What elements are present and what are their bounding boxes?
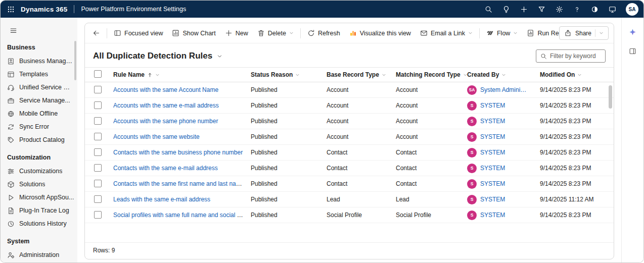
email-a-link-button[interactable]: Email a Link [416, 26, 477, 40]
filter-button[interactable] [533, 1, 550, 18]
lightbulb-button[interactable] [497, 1, 515, 18]
sitemap-sidebar: BusinessBusiness Manage...TemplatesUnifi… [1, 18, 77, 262]
help-button[interactable] [568, 1, 586, 18]
sidebar-scrollbar[interactable] [74, 41, 76, 80]
column-header-rule-name[interactable]: Rule Name [113, 71, 160, 78]
sidebar-item-label: Administration [19, 251, 59, 258]
command-label: New [236, 30, 248, 37]
sidebar-item-microsoft-appsou[interactable]: Microsoft AppSou... [1, 191, 77, 204]
grid-row[interactable]: Leads with the same e-mail addressPublis… [85, 192, 614, 207]
column-header-base-record-type[interactable]: Base Record Type [327, 71, 386, 78]
row-checkbox[interactable] [94, 101, 102, 109]
matching-record-type-cell: Account [396, 102, 467, 109]
service-management-icon [7, 97, 15, 104]
sidebar-item-label: Business Manage... [19, 58, 74, 65]
rule-name-link[interactable]: Accounts with the same website [113, 133, 200, 140]
rule-name-link[interactable]: Accounts with the same Account Name [113, 86, 218, 93]
filter-input[interactable] [550, 52, 601, 60]
copilot-button[interactable] [626, 25, 640, 39]
rule-name-link[interactable]: Accounts with the same e-mail address [113, 102, 219, 109]
matching-record-type-cell: Account [396, 118, 467, 125]
settings-gear-button[interactable] [550, 1, 568, 18]
created-by-link[interactable]: SYSTEM [480, 212, 512, 219]
rule-name-link[interactable]: Contacts with the same e-mail address [113, 165, 218, 172]
command-bar-divider [300, 28, 301, 38]
created-by-link[interactable]: SYSTEM [480, 118, 512, 125]
sidebar-item-solutions-history[interactable]: Solutions History [1, 217, 77, 230]
created-by-link[interactable]: SYSTEM [480, 196, 512, 203]
sidebar-item-unified-service-de[interactable]: Unified Service De... [1, 81, 77, 94]
unified-service-desk-icon [7, 84, 15, 91]
created-by-link[interactable]: SYSTEM [480, 133, 512, 140]
grid-row[interactable]: Accounts with the same websitePublishedA… [85, 129, 614, 145]
search-button[interactable] [480, 1, 497, 18]
row-checkbox[interactable] [94, 195, 102, 203]
sidebar-item-plug-in-trace-log[interactable]: Plug-In Trace Log [1, 204, 77, 217]
back-button[interactable] [88, 26, 105, 40]
column-header-modified-on[interactable]: Modified On [540, 71, 582, 78]
sidebar-item-label: Customizations [19, 168, 62, 175]
account-avatar[interactable]: SA [626, 3, 638, 16]
column-header-status-reason[interactable]: Status Reason [251, 71, 300, 78]
row-checkbox[interactable] [94, 133, 102, 140]
sidebar-item-customizations[interactable]: Customizations [1, 165, 77, 178]
row-checkbox[interactable] [94, 211, 102, 219]
sidebar-item-administration[interactable]: Administration [1, 248, 77, 261]
created-by-link[interactable]: System Administrator (... [480, 86, 535, 93]
view-selector[interactable]: All Duplicate Detection Rules [93, 51, 222, 61]
sidebar-item-solutions[interactable]: Solutions [1, 178, 77, 191]
grid-row[interactable]: Social profiles with same full name and … [85, 207, 614, 223]
share-button[interactable]: Share [559, 26, 609, 40]
data-grid: Rule NameStatus ReasonBase Record TypeMa… [85, 67, 614, 242]
select-all-checkbox[interactable] [94, 70, 102, 78]
base-record-type-cell: Social Profile [327, 212, 396, 219]
sidebar-item-product-catalog[interactable]: Product Catalog [1, 133, 77, 146]
grid-row[interactable]: Contacts with the same business phone nu… [85, 145, 614, 161]
created-by-link[interactable]: SYSTEM [480, 149, 512, 156]
column-header-matching-record-type[interactable]: Matching Record Type [396, 71, 468, 78]
created-by-link[interactable]: SYSTEM [480, 180, 512, 187]
created-by-link[interactable]: SYSTEM [480, 165, 512, 172]
monitor-button[interactable] [604, 1, 621, 18]
row-checkbox[interactable] [94, 117, 102, 125]
contrast-button[interactable] [586, 1, 604, 18]
created-by-link[interactable]: SYSTEM [480, 102, 512, 109]
row-checkbox[interactable] [94, 148, 102, 156]
refresh-button[interactable]: Refresh [303, 26, 345, 40]
sidebar-item-service-manage[interactable]: Service Manage... [1, 94, 77, 107]
rule-name-link[interactable]: Accounts with the same phone number [113, 118, 218, 125]
creator-avatar: S [467, 211, 477, 220]
sidebar-item-mobile-offline[interactable]: Mobile Offline [1, 107, 77, 120]
delete-button[interactable]: Delete [253, 26, 298, 40]
collapse-sitemap-button[interactable] [7, 24, 20, 36]
run-report-button[interactable]: Run Report [522, 26, 559, 40]
grid-row[interactable]: Accounts with the same Account NamePubli… [85, 82, 614, 98]
focused-view-button[interactable]: Focused view [109, 26, 167, 40]
grid-row[interactable]: Accounts with the same e-mail addressPub… [85, 98, 614, 114]
new-button[interactable]: New [220, 26, 253, 40]
app-launcher-button[interactable] [1, 1, 21, 18]
command-label: Email a Link [431, 30, 465, 37]
rule-name-link[interactable]: Social profiles with same full name and … [113, 212, 251, 219]
grid-scrollbar[interactable] [609, 85, 612, 109]
visualize-this-view-button[interactable]: Visualize this view [345, 26, 416, 40]
chevron-down-icon [468, 31, 473, 35]
sort-ascending-icon [147, 72, 153, 78]
grid-row[interactable]: Accounts with the same phone numberPubli… [85, 114, 614, 129]
rule-name-link[interactable]: Contacts with the same business phone nu… [113, 149, 243, 156]
row-checkbox[interactable] [94, 180, 102, 187]
sidebar-item-sync-error[interactable]: Sync Error [1, 120, 77, 133]
row-checkbox[interactable] [94, 86, 102, 93]
row-checkbox[interactable] [94, 164, 102, 172]
grid-row[interactable]: Contacts with the same e-mail addressPub… [85, 161, 614, 176]
rule-name-link[interactable]: Leads with the same e-mail address [113, 196, 210, 203]
show-chart-button[interactable]: Show Chart [167, 26, 220, 40]
side-panel-button[interactable] [626, 44, 640, 58]
add-button[interactable] [515, 1, 533, 18]
sidebar-item-business-manage[interactable]: Business Manage... [1, 55, 77, 68]
flow-button[interactable]: Flow [482, 26, 522, 40]
column-header-created-by[interactable]: Created By [467, 71, 506, 78]
rule-name-link[interactable]: Contacts with the same first name and la… [113, 180, 244, 187]
sidebar-item-templates[interactable]: Templates [1, 68, 77, 81]
grid-row[interactable]: Contacts with the same first name and la… [85, 176, 614, 192]
